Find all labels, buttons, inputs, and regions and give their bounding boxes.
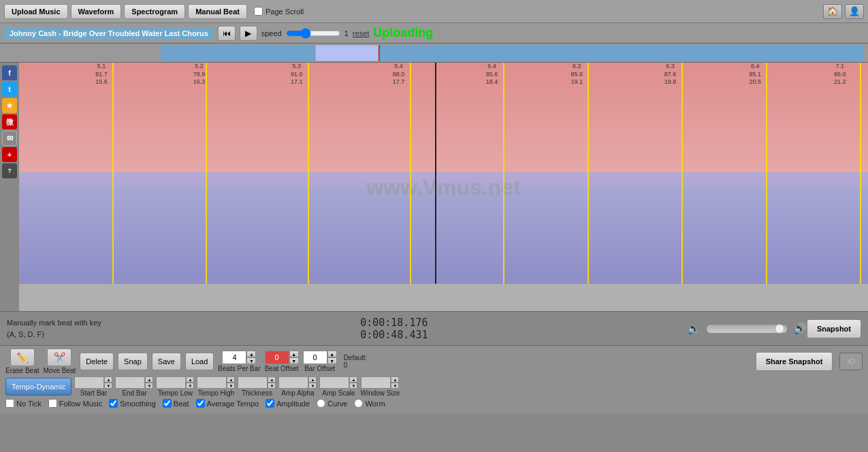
beat-checkbox-label: Beat	[163, 399, 189, 408]
playhead-line	[435, 63, 436, 284]
window-size-input[interactable]	[361, 376, 391, 389]
play-button[interactable]: ▶	[240, 26, 257, 41]
beat-offset-input[interactable]	[265, 351, 289, 364]
io-button[interactable]: IO	[839, 353, 863, 370]
load-button[interactable]: Load	[185, 353, 214, 370]
weibo-button[interactable]: 微	[2, 114, 17, 129]
no-tick-checkbox[interactable]	[5, 399, 14, 408]
window-size-up[interactable]: ▲	[391, 376, 399, 383]
beat-offset-down[interactable]: ▼	[289, 357, 299, 364]
beats-per-bar-input[interactable]	[222, 351, 246, 364]
start-bar-down[interactable]: ▼	[104, 383, 112, 389]
beat-label-group: 6.485.618.4	[486, 63, 498, 86]
smoothing-checkbox[interactable]	[109, 399, 118, 408]
rewind-button[interactable]: ⏮	[218, 26, 236, 41]
email-button[interactable]: ✉	[2, 131, 17, 146]
tempo-high-down[interactable]: ▼	[227, 383, 235, 389]
amp-alpha-input[interactable]	[278, 376, 308, 389]
favorites-button[interactable]: ★	[2, 98, 17, 113]
bar-offset-group: ▲ ▼ Bar Offset	[303, 351, 337, 372]
beat-offset-up[interactable]: ▲	[289, 351, 299, 357]
average-tempo-checkbox[interactable]	[196, 399, 205, 408]
bar-offset-down[interactable]: ▼	[327, 357, 337, 364]
bar-offset-up[interactable]: ▲	[327, 351, 337, 357]
beat-line	[410, 63, 411, 284]
beat-line	[681, 63, 683, 284]
thickness-group: ▲ ▼ Thickness	[238, 376, 276, 397]
tempo-low-up[interactable]: ▲	[186, 376, 194, 383]
status-bar: Manually mark beat with key (A, S, D, F)…	[0, 311, 868, 345]
start-bar-up[interactable]: ▲	[104, 376, 112, 383]
follow-music-checkbox[interactable]	[48, 399, 57, 408]
end-bar-group: ▲ ▼ End Bar	[115, 376, 153, 397]
start-bar-input[interactable]	[74, 376, 104, 389]
beat-line	[766, 63, 767, 284]
thickness-input[interactable]	[238, 376, 268, 389]
average-tempo-checkbox-label: Average Tempo	[196, 399, 259, 408]
top-toolbar: Upload Music Waveform Spectrogram Manual…	[0, 0, 868, 23]
speed-slider[interactable]	[286, 29, 340, 38]
curve-radio-label: Curve	[317, 399, 347, 408]
beats-per-bar-down[interactable]: ▼	[246, 357, 256, 364]
erase-beat-button[interactable]: ✏️	[10, 349, 35, 366]
beat-checkbox[interactable]	[163, 399, 172, 408]
page-scroll-label: Page Scroll	[254, 7, 304, 16]
beat-offset-group: ▲ ▼ Beat Offset	[265, 351, 299, 372]
end-bar-input[interactable]	[115, 376, 145, 389]
mini-waveform-inner[interactable]	[161, 45, 864, 61]
user-icon-button[interactable]: 👤	[845, 4, 864, 19]
beat-label-group: 6.485.120.5	[749, 63, 761, 86]
thickness-up[interactable]: ▲	[268, 376, 276, 383]
snap-button[interactable]: Snap	[118, 353, 148, 370]
controls-checkboxes: No Tick Follow Music Smoothing Beat Aver…	[5, 399, 863, 408]
volume-slider[interactable]	[706, 324, 788, 334]
tempo-dynamic-button[interactable]: Tempo-Dynamic	[5, 378, 71, 396]
tempo-high-input[interactable]	[197, 376, 227, 389]
second-row: Johnny Cash - Bridge Over Troubled Water…	[0, 23, 868, 44]
beat-label-group: 6.387.619.8	[664, 63, 677, 86]
amp-scale-down[interactable]: ▼	[349, 383, 357, 389]
share-snapshot-button[interactable]: Share Snapshot	[756, 352, 833, 371]
bar-offset-input[interactable]	[303, 351, 327, 364]
add-button[interactable]: +	[2, 147, 17, 162]
amp-alpha-up[interactable]: ▲	[308, 376, 317, 383]
waveform-canvas[interactable]: www.Vmus.net 5.181.715.6 5.278.916.3 5.3…	[19, 63, 868, 311]
waveform-button[interactable]: Waveform	[71, 4, 122, 19]
snapshot-button[interactable]: Snapshot	[807, 319, 861, 338]
amp-alpha-down[interactable]: ▼	[308, 383, 317, 389]
status-hint: Manually mark beat with key (A, S, D, F)	[7, 317, 101, 340]
tempo-high-up[interactable]: ▲	[227, 376, 235, 383]
tempo-low-down[interactable]: ▼	[186, 383, 194, 389]
end-bar-down[interactable]: ▼	[145, 383, 153, 389]
thickness-down[interactable]: ▼	[268, 383, 276, 389]
facebook-button[interactable]: f	[2, 65, 17, 80]
spectrogram-button[interactable]: Spectrogram	[124, 4, 185, 19]
amp-scale-input[interactable]	[319, 376, 349, 389]
save-button[interactable]: Save	[152, 353, 181, 370]
mini-waveform-bar	[0, 44, 868, 63]
manual-beat-button[interactable]: Manual Beat	[188, 4, 247, 19]
page-scroll-checkbox[interactable]	[254, 7, 263, 16]
end-bar-up[interactable]: ▲	[145, 376, 153, 383]
move-beat-button[interactable]: ✂️	[47, 349, 71, 366]
reset-button[interactable]: reset	[353, 29, 369, 37]
curve-radio[interactable]	[317, 399, 325, 408]
twitter-button[interactable]: t	[2, 82, 17, 97]
beat-label-group: 5.181.715.6	[95, 63, 108, 86]
amplitude-checkbox[interactable]	[266, 399, 274, 408]
tempo-low-input[interactable]	[156, 376, 186, 389]
window-size-label: Window Size	[360, 389, 400, 397]
tempo-high-group: ▲ ▼ Tempo High	[197, 376, 235, 397]
beats-per-bar-up[interactable]: ▲	[246, 351, 256, 357]
help-button[interactable]: ?	[2, 163, 17, 178]
worm-radio[interactable]	[354, 399, 363, 408]
upload-music-button[interactable]: Upload Music	[4, 4, 68, 19]
waveform-bottom	[19, 172, 868, 284]
waveform-top	[19, 63, 868, 187]
status-volume: 🔈 🔊	[687, 322, 807, 335]
amp-scale-up[interactable]: ▲	[349, 376, 357, 383]
home-icon-button[interactable]: 🏠	[823, 4, 842, 19]
delete-button[interactable]: Delete	[80, 353, 114, 370]
window-size-down[interactable]: ▼	[391, 383, 399, 389]
beat-label-group: 5.391.017.1	[291, 63, 303, 86]
